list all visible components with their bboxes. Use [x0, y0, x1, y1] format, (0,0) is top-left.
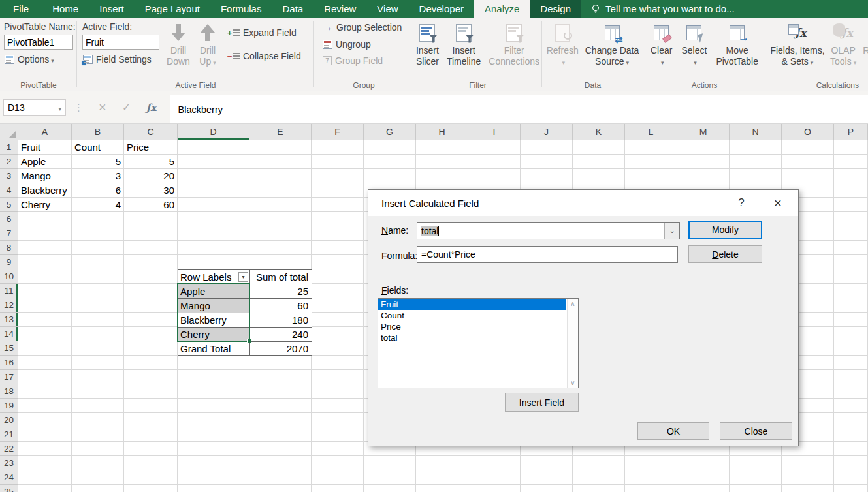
cell-A21[interactable]: [18, 427, 72, 442]
cell-D2[interactable]: [178, 155, 249, 169]
cell-D22[interactable]: [178, 442, 249, 456]
col-header-H[interactable]: H: [416, 124, 468, 140]
cell-F3[interactable]: [312, 169, 364, 183]
cell-C10[interactable]: [124, 269, 178, 284]
field-item-fruit[interactable]: Fruit: [378, 299, 566, 310]
cell-P17[interactable]: [834, 370, 868, 384]
cell-A15[interactable]: [18, 341, 72, 356]
cell-A16[interactable]: [18, 356, 72, 370]
cell-P25[interactable]: [834, 485, 868, 492]
row-header-6[interactable]: 6: [0, 212, 18, 226]
cell-P15[interactable]: [834, 341, 868, 356]
cell-C13[interactable]: [124, 313, 178, 327]
cell-E20[interactable]: [249, 413, 312, 427]
cell-C11[interactable]: [124, 284, 178, 298]
cell-B22[interactable]: [72, 442, 124, 456]
cell-B18[interactable]: [72, 384, 124, 399]
cell-L3[interactable]: [625, 169, 677, 183]
pivottable-name-input[interactable]: [4, 35, 73, 50]
cell-L25[interactable]: [625, 485, 677, 492]
cell-C8[interactable]: [124, 241, 178, 255]
cell-C9[interactable]: [124, 255, 178, 269]
cell-N2[interactable]: [730, 155, 782, 169]
tab-page-layout[interactable]: Page Layout: [135, 0, 210, 18]
cell-I23[interactable]: [468, 456, 521, 470]
cell-E2[interactable]: [249, 155, 312, 169]
cell-P7[interactable]: [834, 226, 868, 241]
cell-A8[interactable]: [18, 241, 72, 255]
cell-A25[interactable]: [18, 485, 72, 492]
cell-A5[interactable]: Cherry: [18, 198, 72, 212]
cell-A12[interactable]: [18, 298, 72, 313]
cell-G25[interactable]: [364, 485, 416, 492]
cell-I25[interactable]: [468, 485, 521, 492]
ungroup-button[interactable]: Ungroup: [319, 37, 412, 52]
cell-F2[interactable]: [312, 155, 364, 169]
row-header-7[interactable]: 7: [0, 226, 18, 241]
fields-listbox[interactable]: FruitCountPricetotal: [378, 298, 579, 388]
row-header-22[interactable]: 22: [0, 442, 18, 456]
cell-H25[interactable]: [416, 485, 468, 492]
cell-E16[interactable]: [249, 356, 312, 370]
cell-O24[interactable]: [782, 470, 834, 485]
row-header-9[interactable]: 9: [0, 255, 18, 269]
cell-I2[interactable]: [468, 155, 521, 169]
cell-P10[interactable]: [834, 269, 868, 284]
cell-A10[interactable]: [18, 269, 72, 284]
pivot-value[interactable]: 180: [249, 313, 312, 327]
row-header-5[interactable]: 5: [0, 198, 18, 212]
row-header-17[interactable]: 17: [0, 370, 18, 384]
cell-K25[interactable]: [573, 485, 625, 492]
cell-C18[interactable]: [124, 384, 178, 399]
cell-K3[interactable]: [573, 169, 625, 183]
cell-M25[interactable]: [677, 485, 730, 492]
select-all-corner[interactable]: [0, 124, 18, 140]
insert-timeline-button[interactable]: Insert Timeline: [445, 20, 483, 80]
cell-E3[interactable]: [249, 169, 312, 183]
cell-E17[interactable]: [249, 370, 312, 384]
cell-P22[interactable]: [834, 442, 868, 456]
move-pivottable-button[interactable]: Move PivotTable: [714, 20, 760, 80]
cell-P3[interactable]: [834, 169, 868, 183]
close-icon[interactable]: [768, 195, 788, 211]
cell-O2[interactable]: [782, 155, 834, 169]
cell-F5[interactable]: [312, 198, 364, 212]
cell-F7[interactable]: [312, 226, 364, 241]
cell-O25[interactable]: [782, 485, 834, 492]
col-header-A[interactable]: A: [18, 124, 72, 140]
cell-B5[interactable]: 4: [72, 198, 124, 212]
cell-F15[interactable]: [312, 341, 364, 356]
fields-items-sets-button[interactable]: Fields, Items, & Sets: [769, 20, 826, 80]
row-labels-filter-icon[interactable]: [238, 272, 248, 282]
pivot-label-mango[interactable]: Mango: [178, 298, 249, 313]
field-item-total[interactable]: total: [378, 332, 566, 343]
cell-J24[interactable]: [521, 470, 573, 485]
cell-B20[interactable]: [72, 413, 124, 427]
col-header-N[interactable]: N: [730, 124, 782, 140]
pivot-label-apple[interactable]: Apple: [178, 284, 249, 298]
cell-C7[interactable]: [124, 226, 178, 241]
cell-C24[interactable]: [124, 470, 178, 485]
cell-A7[interactable]: [18, 226, 72, 241]
cell-C22[interactable]: [124, 442, 178, 456]
cell-E4[interactable]: [249, 183, 312, 198]
row-header-12[interactable]: 12: [0, 298, 18, 313]
col-header-L[interactable]: L: [625, 124, 677, 140]
cell-M23[interactable]: [677, 456, 730, 470]
cell-C17[interactable]: [124, 370, 178, 384]
cell-J23[interactable]: [521, 456, 573, 470]
cell-D3[interactable]: [178, 169, 249, 183]
row-header-2[interactable]: 2: [0, 155, 18, 169]
pivot-value[interactable]: Sum of total: [249, 269, 312, 284]
cell-J25[interactable]: [521, 485, 573, 492]
pivot-label-blackberry[interactable]: Blackberry: [178, 313, 249, 327]
row-header-1[interactable]: 1: [0, 140, 18, 155]
cell-D4[interactable]: [178, 183, 249, 198]
cell-E22[interactable]: [249, 442, 312, 456]
cell-P23[interactable]: [834, 456, 868, 470]
cell-C15[interactable]: [124, 341, 178, 356]
delete-button[interactable]: Delete: [688, 245, 762, 263]
cell-N25[interactable]: [730, 485, 782, 492]
tab-data[interactable]: Data: [272, 0, 313, 18]
help-icon[interactable]: [731, 196, 751, 209]
